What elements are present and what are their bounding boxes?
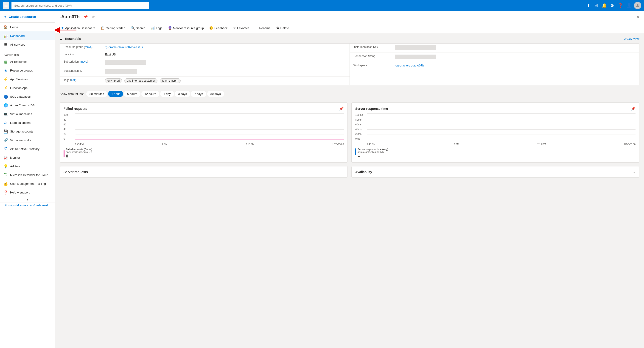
sidebar-item-all-resources[interactable]: ▦ All resources	[0, 57, 55, 66]
tag-env: env : prod	[105, 78, 122, 83]
sidebar-item-resource-groups[interactable]: ◈ Resource groups	[0, 66, 55, 75]
x-label: 2:15 PM	[537, 143, 546, 146]
y-label: 80	[64, 118, 74, 121]
failed-requests-legend-title: Failed requests (Count)	[66, 148, 92, 151]
sidebar-item-cost-management[interactable]: 💰 Cost Management + Billing	[0, 179, 55, 188]
bell-icon[interactable]: 🔔	[600, 1, 608, 9]
instr-key-placeholder	[395, 45, 436, 50]
sidebar-item-storage-label: Storage accounts	[10, 130, 33, 133]
sidebar-item-dashboard[interactable]: 📊 Dashboard	[0, 31, 55, 40]
time-option-1hour[interactable]: 1 hour	[108, 91, 123, 97]
logs-button[interactable]: 📊 Logs	[148, 25, 164, 31]
sidebar-item-vnet-label: Virtual networks	[10, 139, 31, 142]
move-link-rg[interactable]: move	[85, 45, 92, 49]
search-input[interactable]	[12, 2, 149, 9]
server-requests-title: Server requests	[64, 170, 88, 174]
help-icon[interactable]: ❓	[616, 1, 624, 9]
sidebar-scroll-down[interactable]: ▾	[0, 197, 55, 202]
rg-link[interactable]: rg-oracle-db-Auto07b-eastus	[105, 45, 143, 49]
create-resource-button[interactable]: ＋ Create a resource	[0, 11, 55, 23]
star-icon[interactable]: ☆	[91, 14, 96, 20]
failed-requests-pin-icon[interactable]: 📌	[339, 106, 344, 111]
server-response-pin-icon[interactable]: 📌	[631, 106, 636, 111]
logs-label: Logs	[156, 26, 162, 30]
monitor-rg-button[interactable]: 🔮 Monitor resource group	[166, 25, 206, 31]
portal-icon[interactable]: 🖥	[592, 2, 600, 9]
sidebar-item-all-services[interactable]: ☰ All services	[0, 40, 55, 49]
vnet-icon: 🔗	[4, 138, 8, 142]
y-label: 0ms	[355, 137, 366, 140]
subscription-label: Subscription (move)	[64, 60, 105, 63]
sidebar-item-storage-accounts[interactable]: 💾 Storage accounts	[0, 127, 55, 136]
gridline	[75, 124, 344, 124]
tag-team: team : mcpm	[160, 78, 180, 83]
sidebar-item-app-services[interactable]: ⚡ App Services	[0, 75, 55, 83]
resource-groups-icon: ◈	[4, 68, 8, 72]
hamburger-menu-icon[interactable]: ☰	[3, 1, 9, 9]
rename-button[interactable]: → Rename	[252, 25, 273, 31]
sidebar-item-defender[interactable]: 🛡 Microsoft Defender for Cloud	[0, 171, 55, 179]
time-option-6hours[interactable]: 6 hours	[124, 91, 140, 97]
availability-expand-icon[interactable]: ⌄	[633, 170, 636, 174]
sidebar-item-sql-databases[interactable]: 🔵 SQL databases	[0, 92, 55, 101]
favorites-label: Favorites	[237, 26, 249, 30]
sidebar-item-monitor[interactable]: 📈 Monitor	[0, 153, 55, 162]
feedback-user-icon[interactable]: 👤	[625, 1, 633, 9]
settings-icon[interactable]: ⚙	[609, 1, 616, 9]
sidebar-item-cosmos-label: Azure Cosmos DB	[10, 104, 35, 107]
vm-icon: 💻	[4, 112, 8, 116]
sidebar-item-load-balancers[interactable]: ⚖ Load balancers	[0, 118, 55, 127]
sql-icon: 🔵	[4, 94, 8, 99]
server-requests-card: Server requests ⌄	[60, 166, 348, 178]
sidebar-item-function-app[interactable]: ⚡ Function App	[0, 83, 55, 92]
search-button[interactable]: 🔍 Search	[128, 25, 148, 31]
time-option-3days[interactable]: 3 days	[175, 91, 190, 97]
time-option-30days[interactable]: 30 days	[207, 91, 224, 97]
sidebar-item-virtual-networks[interactable]: 🔗 Virtual networks	[0, 136, 55, 145]
sidebar-item-all-resources-label: All resources	[10, 60, 27, 63]
edit-link-tags[interactable]: edit	[71, 78, 76, 82]
sidebar-item-help-support[interactable]: ❓ Help + support	[0, 188, 55, 197]
server-requests-expand-icon[interactable]: ⌄	[341, 170, 344, 174]
workspace-label: Workspace	[354, 64, 395, 67]
y-label: 40	[64, 128, 74, 131]
sidebar-item-virtual-machines[interactable]: 💻 Virtual machines	[0, 110, 55, 118]
conn-str-placeholder	[395, 55, 436, 59]
tags-label: Tags (edit)	[64, 78, 105, 82]
feedback-icon: 😊	[209, 26, 213, 30]
sidebar-item-aad[interactable]: 🛡 Azure Active Directory	[0, 145, 55, 153]
json-view-link[interactable]: JSON View	[624, 37, 640, 41]
defender-icon: 🛡	[4, 173, 8, 177]
time-options: 30 minutes 1 hour 6 hours 12 hours 1 day…	[86, 91, 224, 97]
sidebar-item-advisor[interactable]: 💡 Advisor	[0, 162, 55, 171]
favorites-button[interactable]: ☆ Favorites	[231, 25, 252, 31]
workspace-link[interactable]: log-oracle-db-auto07b	[395, 64, 424, 67]
failed-requests-svg	[75, 114, 344, 140]
getting-started-button[interactable]: 📋 Getting started	[98, 25, 128, 31]
time-option-7days[interactable]: 7 days	[191, 91, 206, 97]
app-dashboard-button[interactable]: ★ Application Dashboard	[59, 25, 98, 31]
delete-button[interactable]: 🗑 Delete	[274, 25, 292, 31]
bottom-url-bar[interactable]: https://portal.azure.com/#dashboard	[0, 202, 55, 208]
move-link-sub[interactable]: move	[80, 60, 87, 63]
time-option-12hours[interactable]: 12 hours	[142, 91, 160, 97]
close-button[interactable]: ✕	[636, 15, 640, 19]
server-response-legend: Server response time (Avg) appi-oracle-d…	[355, 148, 636, 159]
connection-string-value	[395, 55, 636, 60]
y-label: 100	[64, 114, 74, 116]
cloud-upload-icon[interactable]: ⬆	[586, 1, 592, 9]
pin-icon[interactable]: 📌	[82, 14, 89, 20]
sidebar-item-monitor-label: Monitor	[10, 156, 20, 159]
avatar[interactable]	[634, 2, 641, 9]
collapse-icon[interactable]: ▲	[60, 37, 62, 40]
time-option-1day[interactable]: 1 day	[160, 91, 174, 97]
sidebar-item-home[interactable]: 🏠 Home	[0, 23, 55, 31]
more-options-icon[interactable]: …	[98, 14, 103, 20]
panel-header-icons: 📌 ☆ …	[82, 14, 103, 20]
server-response-chart-area: 100ms 80ms 60ms 40ms 20ms 0ms	[355, 114, 636, 146]
server-response-y-labels: 100ms 80ms 60ms 40ms 20ms 0ms	[355, 114, 366, 140]
feedback-button[interactable]: 😊 Feedback	[207, 25, 230, 31]
server-response-time-header: Server response time 📌	[355, 106, 636, 111]
time-option-30min[interactable]: 30 minutes	[86, 91, 108, 97]
sidebar-item-cosmos-db[interactable]: 🌐 Azure Cosmos DB	[0, 101, 55, 110]
